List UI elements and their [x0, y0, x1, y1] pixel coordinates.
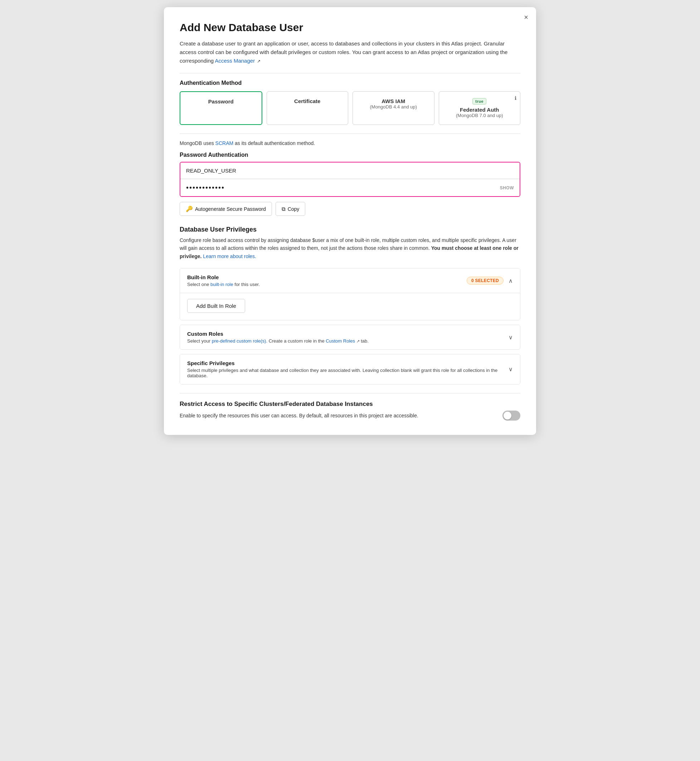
external-link-icon: ↗: [257, 59, 261, 64]
copy-button[interactable]: ⧉ Copy: [275, 202, 306, 216]
auth-card-certificate[interactable]: Certificate: [267, 91, 348, 125]
scram-note: MongoDB uses SCRAM as its default authen…: [180, 140, 520, 146]
builtin-role-right: 0 SELECTED ∧: [467, 277, 513, 284]
external-link-icon-2: ↗: [356, 339, 360, 343]
custom-roles-left: Custom Roles Select your pre-defined cus…: [187, 331, 509, 344]
toggle-thumb: [503, 412, 511, 420]
builtin-role-section: Built-in Role Select one built-in role f…: [180, 268, 520, 320]
restrict-row: Enable to specify the resources this use…: [180, 411, 520, 420]
auth-card-password[interactable]: Password: [180, 91, 262, 125]
password-dots: ••••••••••••: [186, 184, 500, 192]
auth-methods-container: Password Certificate AWS IAM (MongoDB 4.…: [180, 91, 520, 125]
builtin-role-body: Add Built In Role: [180, 293, 520, 320]
specific-privileges-title: Specific Privileges: [187, 360, 509, 366]
autogenerate-label: Autogenerate Secure Password: [195, 206, 266, 212]
auth-card-password-label: Password: [191, 98, 252, 105]
custom-roles-right: ∨: [509, 334, 513, 341]
builtin-role-header[interactable]: Built-in Role Select one built-in role f…: [180, 269, 520, 293]
auth-card-aws-iam[interactable]: AWS IAM (MongoDB 4.4 and up): [353, 91, 434, 125]
password-row: •••••••••••• SHOW: [180, 179, 520, 196]
restrict-title: Restrict Access to Specific Clusters/Fed…: [180, 400, 520, 408]
scram-link[interactable]: SCRAM: [216, 140, 234, 146]
username-input[interactable]: [180, 163, 520, 179]
auth-card-aws-iam-label: AWS IAM: [363, 98, 424, 104]
specific-privileges-right: ∨: [509, 366, 513, 373]
privileges-title: Database User Privileges: [180, 226, 520, 233]
password-auth-label: Password Authentication: [180, 152, 520, 158]
custom-roles-title: Custom Roles: [187, 331, 509, 337]
builtin-role-chevron-up-icon: ∧: [509, 277, 513, 284]
copy-label: Copy: [288, 206, 300, 212]
modal-container: × Add New Database User Create a databas…: [164, 7, 536, 435]
info-icon: ℹ: [515, 95, 516, 101]
custom-roles-link-2[interactable]: Custom Roles: [326, 338, 355, 344]
close-button[interactable]: ×: [524, 14, 528, 21]
specific-privileges-subtitle: Select multiple privileges and what data…: [187, 367, 509, 378]
specific-privileges-section: Specific Privileges Select multiple priv…: [180, 354, 520, 384]
copy-icon: ⧉: [282, 206, 286, 212]
specific-privileges-chevron-down-icon: ∨: [509, 366, 513, 373]
preview-badge: true: [472, 98, 486, 105]
page-title: Add New Database User: [180, 22, 520, 34]
access-manager-link[interactable]: Access Manager: [215, 58, 255, 64]
add-builtin-role-button[interactable]: Add Built In Role: [187, 299, 245, 313]
section-divider-2: [180, 133, 520, 134]
autogenerate-button[interactable]: 🔑 Autogenerate Secure Password: [180, 202, 272, 216]
builtin-role-subtitle: Select one built-in role for this user.: [187, 282, 467, 287]
restrict-section: Restrict Access to Specific Clusters/Fed…: [180, 393, 520, 420]
restrict-toggle[interactable]: [502, 411, 520, 420]
specific-privileges-header[interactable]: Specific Privileges Select multiple priv…: [180, 355, 520, 384]
builtin-role-selected-badge: 0 SELECTED: [467, 277, 503, 284]
section-divider-1: [180, 73, 520, 73]
scram-note-post: as its default authentication method.: [235, 140, 315, 146]
auth-card-federated-sub: (MongoDB 7.0 and up): [456, 113, 503, 118]
builtin-role-left: Built-in Role Select one built-in role f…: [187, 274, 467, 287]
custom-roles-link-1[interactable]: pre-defined custom role(s).: [212, 338, 267, 344]
custom-roles-header[interactable]: Custom Roles Select your pre-defined cus…: [180, 325, 520, 349]
modal-description: Create a database user to grant an appli…: [180, 39, 520, 65]
auth-card-federated-auth[interactable]: true Federated Auth (MongoDB 7.0 and up)…: [439, 91, 521, 125]
custom-roles-subtitle-mid: Create a custom role in the: [269, 338, 325, 344]
show-password-button[interactable]: SHOW: [500, 185, 514, 191]
auth-method-label: Authentication Method: [180, 80, 520, 86]
auth-card-certificate-label: Certificate: [277, 98, 338, 104]
custom-roles-subtitle-post: tab.: [361, 338, 369, 344]
scram-note-pre: MongoDB uses: [180, 140, 214, 146]
builtin-role-title: Built-in Role: [187, 274, 467, 280]
password-box: •••••••••••• SHOW: [180, 162, 520, 197]
specific-privileges-left: Specific Privileges Select multiple priv…: [187, 360, 509, 378]
custom-roles-chevron-down-icon: ∨: [509, 334, 513, 341]
privileges-description: Configure role based access control by a…: [180, 236, 520, 260]
builtin-role-link[interactable]: built-in role: [211, 282, 233, 287]
key-icon: 🔑: [186, 205, 193, 212]
custom-roles-subtitle-pre: Select your: [187, 338, 211, 344]
custom-roles-section: Custom Roles Select your pre-defined cus…: [180, 325, 520, 350]
password-actions: 🔑 Autogenerate Secure Password ⧉ Copy: [180, 202, 520, 216]
builtin-role-subtitle-pre: Select one: [187, 282, 209, 287]
auth-card-federated-label: Federated Auth: [460, 107, 499, 113]
auth-card-aws-iam-sub: (MongoDB 4.4 and up): [363, 104, 424, 109]
restrict-description: Enable to specify the resources this use…: [180, 412, 494, 420]
builtin-role-subtitle-post: for this user.: [234, 282, 260, 287]
learn-more-link[interactable]: Learn more about roles.: [203, 253, 256, 259]
custom-roles-subtitle: Select your pre-defined custom role(s). …: [187, 338, 509, 344]
